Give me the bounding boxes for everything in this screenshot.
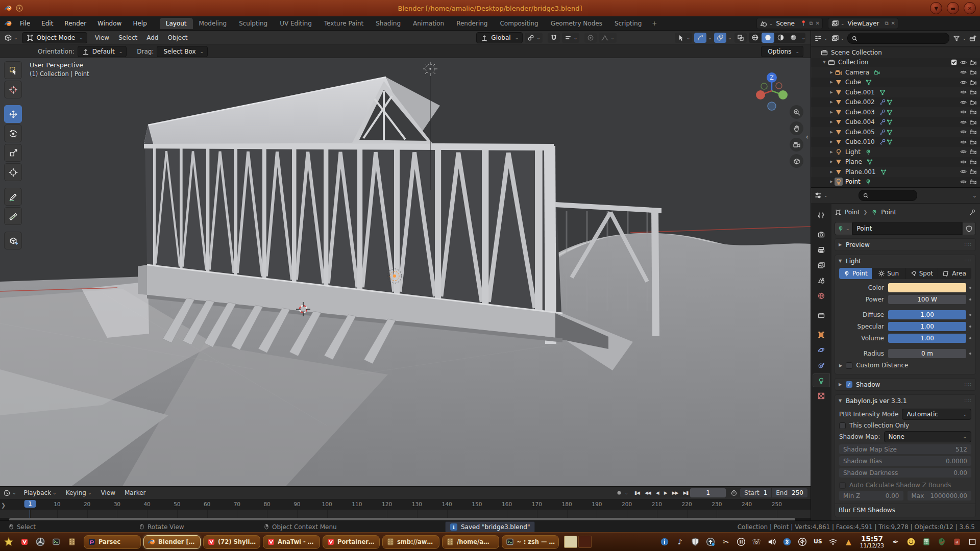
shadow-darkness-row[interactable]: Shadow Darkness0.00 — [839, 468, 971, 478]
outliner-item-label[interactable]: Cube.002 — [845, 98, 875, 106]
pin-icon[interactable]: 📍 — [800, 20, 806, 26]
disable-render-toggle[interactable] — [969, 108, 977, 116]
panel-drag-dots[interactable]: :::: — [964, 382, 972, 387]
volume-slider[interactable]: 1.00 — [888, 334, 966, 343]
outliner-item-label[interactable]: Camera — [845, 69, 869, 76]
hide-eye-toggle[interactable] — [960, 59, 967, 66]
show-selectability-dropdown[interactable]: ⌄ — [675, 33, 693, 43]
auto-keying-record-button[interactable] — [616, 489, 623, 496]
copy-icon[interactable]: ⧉ — [809, 20, 813, 27]
timeline-sidebar-arrow[interactable]: ❯ — [1, 502, 6, 509]
upload-tray-icon[interactable] — [706, 537, 716, 546]
collection-checkbox[interactable] — [950, 59, 958, 66]
play-reverse-button[interactable]: ◀ — [654, 489, 661, 496]
workspace-tab-rendering[interactable]: Rendering — [450, 18, 494, 29]
scene-selector[interactable]: ⌄ Scene 📍 ⧉ ✕ — [756, 18, 823, 29]
close-button[interactable]: ✕ — [964, 2, 976, 14]
power-field[interactable]: 100 W — [888, 295, 966, 304]
hide-eye-toggle[interactable] — [960, 108, 967, 116]
rendered-shading-button[interactable] — [787, 33, 800, 43]
transform-tool[interactable] — [4, 163, 22, 181]
outliner-item-label[interactable]: Plane — [845, 158, 862, 165]
animate-dot[interactable] — [969, 298, 971, 300]
smiley-tray-icon[interactable] — [906, 537, 916, 546]
object-tab[interactable] — [813, 328, 830, 341]
warning-tray-icon[interactable]: ▲ — [844, 537, 853, 546]
animate-dot[interactable] — [969, 353, 971, 355]
workspace-tab-scripting[interactable]: Scripting — [608, 18, 648, 29]
disable-render-toggle[interactable] — [969, 68, 977, 76]
viewport-menu-object[interactable]: Object — [163, 34, 192, 41]
world-tab[interactable] — [813, 289, 830, 303]
outliner-row-plane-001[interactable]: ▶Plane.001 — [811, 167, 980, 177]
outliner-item-label[interactable]: Plane.001 — [845, 168, 876, 176]
hide-eye-toggle[interactable] — [960, 148, 967, 156]
parrot-tray-icon[interactable] — [937, 537, 946, 546]
workspace-tab-compositing[interactable]: Compositing — [494, 18, 544, 29]
jump-start-button[interactable]: ▮◀ — [632, 489, 642, 496]
hide-eye-toggle[interactable] — [960, 158, 967, 166]
outliner-row-cube-003[interactable]: ▶Cube.003 — [811, 107, 980, 117]
panel-drag-dots[interactable]: :::: — [964, 242, 972, 247]
disclosure-arrow[interactable]: ▶ — [828, 140, 835, 144]
annotate-tool[interactable] — [4, 188, 22, 206]
terminal-launcher[interactable] — [51, 536, 62, 547]
auto-calc-checkbox[interactable] — [839, 482, 846, 489]
outliner-item-label[interactable]: Light — [845, 148, 861, 156]
disclosure-arrow[interactable]: ▶ — [828, 70, 835, 74]
outliner-row-cube[interactable]: ▶Cube — [811, 78, 980, 88]
shadow-panel-header[interactable]: ▶ ✓ Shadow :::: — [835, 379, 975, 390]
pause-tray-icon[interactable] — [737, 537, 746, 546]
outliner-item-label[interactable]: Cube.010 — [845, 138, 875, 145]
outliner-item-label[interactable]: Cube.001 — [845, 89, 875, 96]
filter-dropdown[interactable] — [831, 34, 839, 42]
workspace-tab-item[interactable]: + — [648, 18, 661, 29]
pivot-point-dropdown[interactable]: ⌄ — [525, 33, 543, 43]
wireframe-shading-button[interactable] — [749, 33, 762, 43]
scissors-tray-icon[interactable]: ✂ — [721, 537, 731, 546]
preview-panel-header[interactable]: ▶ Preview :::: — [835, 239, 975, 251]
taskbar-clock[interactable]: 15:5711/12/23 — [860, 535, 884, 548]
light-type-area[interactable]: Area — [938, 268, 971, 279]
info-tray-icon[interactable] — [660, 537, 670, 546]
add-cube-tool[interactable] — [4, 232, 22, 249]
disable-render-toggle[interactable] — [969, 128, 977, 136]
properties-editor-type-button[interactable] — [814, 191, 822, 199]
taskbar-window-72-shylily[interactable]: (72) Shylily... — [203, 535, 260, 549]
properties-search-input[interactable] — [859, 190, 917, 201]
proportional-falloff-dropdown[interactable]: ⌄ — [599, 33, 617, 43]
display-mode-dropdown[interactable] — [814, 34, 822, 42]
media-launcher[interactable] — [35, 536, 46, 547]
disclosure-arrow[interactable]: ▶ — [828, 110, 835, 114]
drag-mode-dropdown[interactable]: Select Box ⌄ — [157, 46, 208, 57]
view-layer-selector[interactable]: ⌄ ViewLayer ⧉ ✕ — [828, 18, 898, 29]
timeline-menu-keying[interactable]: Keying⌄ — [61, 489, 96, 496]
workspace-1-cell[interactable] — [564, 536, 577, 548]
browser-launcher[interactable] — [19, 536, 30, 547]
menu-help[interactable]: Help — [127, 20, 152, 27]
proportional-editing-toggle[interactable] — [584, 33, 597, 43]
light-name-input[interactable]: Point — [852, 222, 962, 235]
disclosure-arrow[interactable]: ▶ — [828, 80, 835, 84]
workspace-tab-uv-editing[interactable]: UV Editing — [274, 18, 318, 29]
min-z-field[interactable]: Min Z 0.00 — [839, 491, 903, 500]
start-frame-field[interactable]: Start 1 — [740, 488, 771, 497]
panel-drag-dots[interactable]: :::: — [964, 259, 972, 263]
zoom-button[interactable] — [790, 105, 803, 119]
workspace-tab-shading[interactable]: Shading — [370, 18, 407, 29]
minimize-button[interactable]: ▼ — [930, 2, 942, 14]
hide-eye-toggle[interactable] — [960, 98, 967, 106]
pin-icon[interactable] — [969, 209, 976, 216]
disclosure-arrow[interactable]: ▶ — [828, 160, 835, 164]
unlink-icon[interactable]: ✕ — [816, 20, 820, 26]
cursor-tool[interactable] — [4, 81, 22, 98]
camera-view-button[interactable] — [790, 138, 803, 152]
collection-only-checkbox[interactable] — [839, 422, 846, 429]
viewport-menu-view[interactable]: View — [90, 34, 114, 41]
hide-eye-toggle[interactable] — [960, 88, 967, 96]
xray-toggle[interactable] — [734, 33, 747, 43]
shadow-map-dropdown[interactable]: None ⌄ — [884, 431, 971, 442]
timeline-menu-view[interactable]: View — [96, 489, 120, 496]
disclosure-arrow[interactable]: ▶ — [828, 120, 835, 124]
properties-options-dropdown[interactable]: ⌄ — [972, 192, 977, 199]
